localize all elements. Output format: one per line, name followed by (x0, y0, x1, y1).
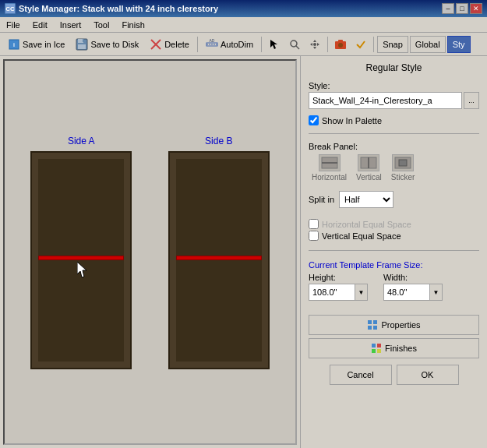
side-a-wall-inner (38, 159, 124, 362)
close-button[interactable]: ✕ (470, 3, 482, 14)
side-b-wall[interactable] (168, 151, 270, 369)
width-col: Width: ▼ (383, 273, 443, 301)
horiz-equal-space-checkbox[interactable] (309, 219, 319, 229)
snap-button[interactable]: Snap (377, 36, 408, 53)
width-input[interactable] (383, 284, 430, 301)
svg-marker-22 (77, 262, 86, 277)
save-in-ice-button[interactable]: i Save in Ice (3, 35, 69, 54)
svg-marker-11 (270, 40, 277, 49)
svg-text:AD: AD (209, 38, 214, 43)
side-a-wall[interactable] (30, 151, 132, 369)
right-panel: Regular Style Style: ... Show In Palette… (300, 56, 487, 448)
save-to-disk-button[interactable]: Save to Disk (71, 35, 143, 54)
svg-rect-28 (399, 160, 407, 166)
svg-rect-21 (338, 40, 343, 42)
sticker-break-label: Sticker (391, 173, 415, 182)
side-b-split-line (176, 256, 262, 260)
action-buttons: Properties Finishes (309, 315, 479, 358)
finishes-button[interactable]: Finishes (309, 338, 479, 358)
width-input-row: ▼ (383, 284, 443, 301)
menu-tool[interactable]: Tool (90, 19, 112, 30)
style-label: Style: (309, 81, 479, 90)
menu-file[interactable]: File (3, 19, 23, 30)
search-icon (288, 38, 301, 51)
delete-icon (150, 38, 162, 51)
height-input[interactable] (309, 284, 355, 301)
arrow-icon (268, 38, 281, 51)
main-content: Side A Side B (0, 56, 487, 448)
style-browse-button[interactable]: ... (464, 92, 479, 109)
menu-finish[interactable]: Finish (118, 19, 147, 30)
ok-button[interactable]: OK (397, 365, 459, 385)
horiz-equal-space-row: Horizontal Equal Space (309, 219, 479, 229)
break-vertical-button[interactable]: Vertical (356, 154, 382, 182)
horiz-equal-space-label: Horizontal Equal Space (322, 220, 411, 229)
check-button[interactable] (351, 35, 370, 54)
auto-dim-icon: AD (206, 38, 218, 51)
svg-line-13 (296, 46, 299, 49)
menu-edit[interactable]: Edit (30, 19, 51, 30)
toolbar-separator-2 (261, 37, 262, 52)
break-sticker-button[interactable]: Sticker (391, 154, 415, 182)
vert-equal-space-label: Vertical Equal Space (322, 231, 401, 241)
height-dropdown-arrow[interactable]: ▼ (355, 284, 368, 301)
style-input-row: ... (309, 92, 479, 109)
svg-rect-30 (373, 320, 377, 324)
toolbar-separator-4 (373, 37, 374, 52)
global-button[interactable]: Global (410, 36, 446, 53)
toolbar-separator-3 (327, 37, 328, 52)
width-label: Width: (383, 273, 443, 282)
move-button[interactable] (305, 35, 324, 54)
svg-marker-17 (317, 43, 319, 46)
side-b-container: Side B (168, 136, 270, 369)
delete-button[interactable]: Delete (145, 35, 194, 54)
toolbar: i Save in Ice Save to Disk Delete (0, 33, 487, 56)
side-b-label: Side B (205, 136, 232, 146)
side-a-label: Side A (68, 136, 95, 146)
bottom-buttons: Cancel OK (309, 365, 479, 385)
frame-size-title: Current Template Frame Size: (309, 260, 479, 270)
svg-rect-34 (377, 344, 381, 347)
split-in-label: Split in (309, 195, 334, 204)
cursor (77, 262, 90, 277)
break-horizontal-button[interactable]: Horizontal (312, 154, 347, 182)
properties-button[interactable]: Properties (309, 315, 479, 335)
cancel-button[interactable]: Cancel (330, 365, 392, 385)
menu-bar: File Edit Insert Tool Finish (0, 17, 487, 33)
svg-rect-4 (83, 39, 84, 42)
svg-point-20 (338, 43, 343, 48)
title-buttons: – □ ✕ (442, 3, 482, 14)
svg-marker-16 (310, 43, 312, 46)
style-button[interactable]: Sty (447, 36, 471, 53)
sticker-break-icon (392, 154, 414, 171)
divider-1 (309, 133, 479, 134)
width-dropdown-arrow[interactable]: ▼ (430, 284, 443, 301)
divider-2 (309, 250, 479, 251)
save-in-ice-icon: i (8, 38, 20, 51)
svg-point-18 (313, 43, 316, 46)
maximize-button[interactable]: □ (456, 3, 468, 14)
horizontal-break-icon (319, 154, 341, 171)
auto-dim-button[interactable]: AD AutoDim (201, 35, 258, 54)
show-in-palette-label: Show In Palette (322, 116, 382, 125)
break-panel-section: Break Panel: Horizontal (309, 142, 479, 182)
svg-marker-14 (313, 40, 316, 42)
frame-size-section: Current Template Frame Size: Height: ▼ W… (309, 260, 479, 304)
side-a-split-line (38, 256, 124, 260)
camera-button[interactable] (331, 35, 350, 54)
break-panel-label: Break Panel: (309, 142, 479, 151)
vert-equal-space-checkbox[interactable] (309, 231, 319, 241)
height-label: Height: (309, 273, 368, 282)
vertical-break-label: Vertical (356, 173, 382, 182)
search-button[interactable] (285, 35, 304, 54)
style-input[interactable] (309, 92, 462, 109)
menu-insert[interactable]: Insert (57, 19, 85, 30)
select-tool-button[interactable] (265, 35, 284, 54)
minimize-button[interactable]: – (442, 3, 454, 14)
show-in-palette-checkbox[interactable] (309, 115, 319, 125)
svg-rect-29 (368, 320, 372, 324)
split-row: Split in Half Third Quarter (309, 191, 479, 208)
side-a-container: Side A (30, 136, 132, 369)
split-select[interactable]: Half Third Quarter (339, 191, 393, 208)
vert-equal-space-row: Vertical Equal Space (309, 231, 479, 241)
